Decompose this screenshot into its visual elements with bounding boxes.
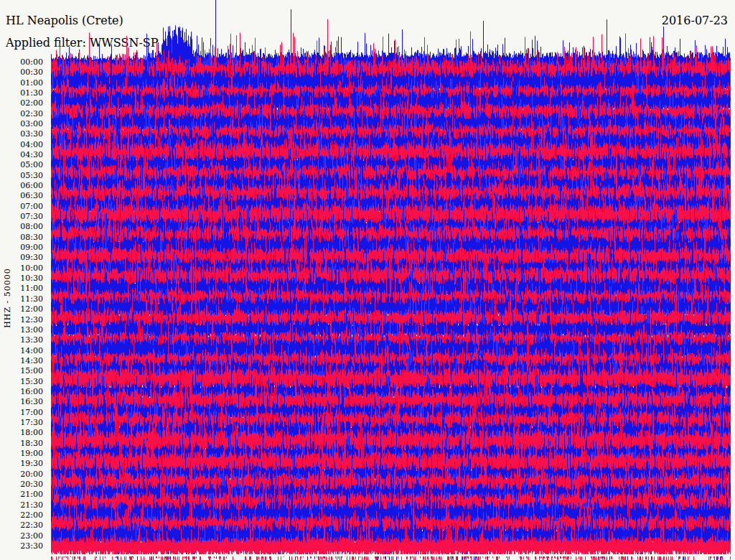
time-label: 03:00 (20, 121, 43, 128)
time-label: 12:00 (20, 306, 43, 313)
time-label: 17:00 (20, 409, 43, 416)
time-label: 13:30 (20, 337, 43, 344)
time-label: 19:30 (20, 460, 43, 467)
time-label: 21:00 (20, 491, 43, 498)
time-label: 11:30 (20, 296, 43, 303)
time-axis: 00:0000:3001:0001:3002:0002:3003:0003:30… (0, 0, 45, 560)
time-label: 22:30 (20, 522, 43, 529)
time-label: 04:30 (20, 151, 43, 159)
time-label: 22:00 (20, 512, 43, 519)
time-label: 11:00 (20, 285, 43, 292)
time-label: 07:00 (20, 203, 43, 210)
time-label: 02:30 (20, 111, 43, 118)
time-label: 16:30 (20, 398, 43, 406)
time-label: 06:00 (20, 182, 43, 190)
time-label: 05:00 (20, 162, 43, 169)
time-label: 23:30 (20, 543, 43, 550)
time-label: 15:00 (20, 368, 43, 375)
time-label: 01:00 (20, 80, 43, 87)
time-label: 04:00 (20, 141, 43, 149)
time-label: 12:30 (20, 317, 43, 324)
time-label: 08:00 (20, 223, 43, 230)
time-label: 13:00 (20, 327, 43, 334)
time-label: 00:30 (20, 69, 43, 76)
time-label: 10:30 (20, 275, 43, 282)
time-label: 10:00 (20, 265, 43, 272)
time-label: 23:00 (20, 533, 43, 540)
time-label: 14:00 (20, 347, 43, 355)
time-label: 06:30 (20, 192, 43, 200)
time-label: 03:30 (20, 131, 43, 138)
time-label: 09:00 (20, 244, 43, 251)
time-label: 01:30 (20, 90, 43, 97)
time-label: 19:00 (20, 450, 43, 457)
heliplot-page: HL Neapolis (Crete) Applied filter: WWSS… (0, 0, 735, 560)
time-label: 21:30 (20, 502, 43, 509)
time-label: 18:30 (20, 440, 43, 447)
time-label: 07:30 (20, 213, 43, 220)
time-label: 16:00 (20, 388, 43, 396)
date-label: 2016-07-23 (662, 14, 728, 27)
time-label: 18:00 (20, 429, 43, 437)
time-label: 17:30 (20, 419, 43, 426)
time-label: 02:00 (20, 100, 43, 107)
time-label: 20:30 (20, 481, 43, 488)
time-label: 00:00 (20, 59, 43, 66)
time-label: 14:30 (20, 358, 43, 365)
time-label: 20:00 (20, 471, 43, 478)
time-label: 09:30 (20, 254, 43, 261)
time-label: 05:30 (20, 172, 43, 179)
heliplot-canvas (0, 0, 735, 560)
time-label: 08:30 (20, 234, 43, 241)
time-label: 15:30 (20, 378, 43, 386)
